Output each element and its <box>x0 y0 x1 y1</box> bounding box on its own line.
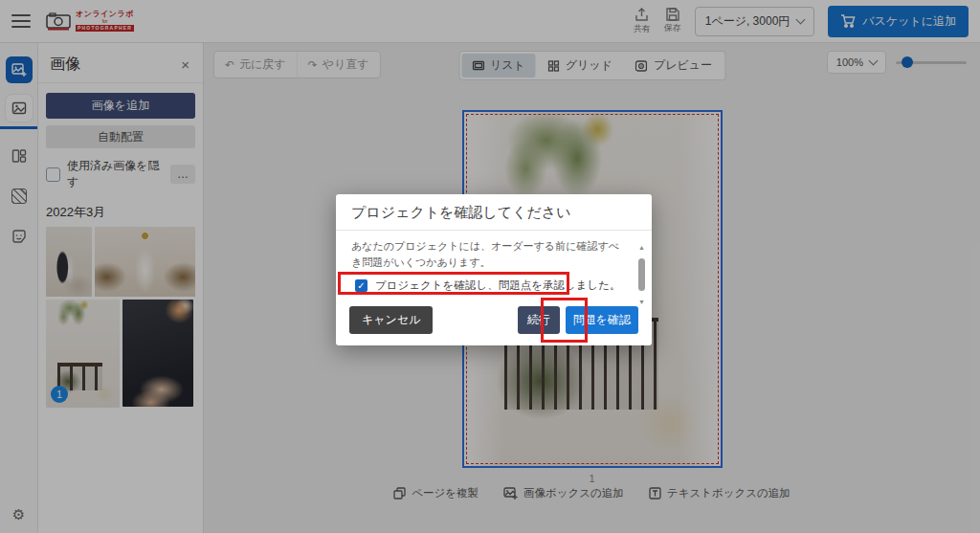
scrollbar-thumb[interactable] <box>638 258 645 291</box>
dialog-body: あなたのプロジェクトには、オーダーする前に確認すべき問題がいくつかあります。 ✓… <box>336 231 652 293</box>
acknowledge-checkbox[interactable]: ✓ <box>355 279 368 292</box>
dialog-footer: キャンセル 続行 問題を確認 <box>349 306 638 334</box>
scroll-up-icon[interactable]: ▲ <box>638 244 645 251</box>
dialog-message: あなたのプロジェクトには、オーダーする前に確認すべき問題がいくつかあります。 <box>351 238 625 271</box>
dialog-footer-right: 続行 問題を確認 <box>518 306 638 334</box>
dialog-scrollbar[interactable]: ▲ ▼ <box>636 244 647 305</box>
scroll-down-icon[interactable]: ▼ <box>638 299 645 305</box>
confirm-project-dialog: プロジェクトを確認してください あなたのプロジェクトには、オーダーする前に確認す… <box>336 194 652 345</box>
cancel-button[interactable]: キャンセル <box>349 306 433 334</box>
continue-button[interactable]: 続行 <box>518 306 560 334</box>
app-root: オンラインラボ for PHOTOGRAPHER 共有 保存 1ページ, 300… <box>0 0 980 533</box>
check-issues-button[interactable]: 問題を確認 <box>566 306 638 334</box>
acknowledge-label: プロジェクトを確認し、問題点を承認しました。 <box>375 278 621 293</box>
dialog-title: プロジェクトを確認してください <box>336 194 652 231</box>
acknowledge-row: ✓ プロジェクトを確認し、問題点を承認しました。 <box>351 278 625 293</box>
